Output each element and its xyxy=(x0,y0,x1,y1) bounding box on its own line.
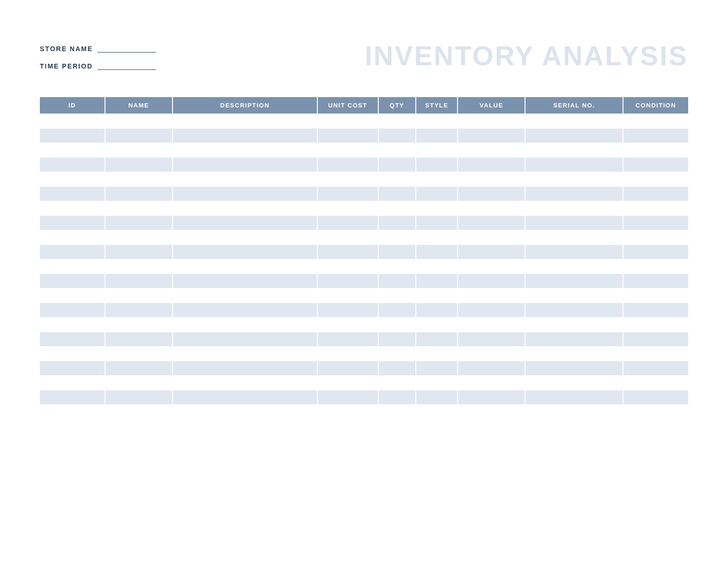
cell-description[interactable] xyxy=(173,157,317,172)
cell-description[interactable] xyxy=(173,128,317,143)
cell-id[interactable] xyxy=(40,303,105,317)
cell-description[interactable] xyxy=(173,172,317,186)
cell-style[interactable] xyxy=(416,201,458,215)
cell-name[interactable] xyxy=(105,288,173,303)
cell-id[interactable] xyxy=(40,317,105,332)
cell-unit_cost[interactable] xyxy=(317,114,378,128)
cell-style[interactable] xyxy=(416,303,458,317)
cell-id[interactable] xyxy=(40,186,105,201)
cell-serial_no[interactable] xyxy=(525,332,623,346)
cell-style[interactable] xyxy=(416,346,458,361)
cell-condition[interactable] xyxy=(623,346,688,361)
cell-unit_cost[interactable] xyxy=(317,332,378,346)
cell-serial_no[interactable] xyxy=(525,259,623,273)
time-period-input[interactable] xyxy=(98,61,156,70)
cell-name[interactable] xyxy=(105,346,173,361)
cell-description[interactable] xyxy=(173,201,317,215)
cell-serial_no[interactable] xyxy=(525,317,623,332)
cell-style[interactable] xyxy=(416,244,458,259)
cell-qty[interactable] xyxy=(378,143,416,157)
cell-unit_cost[interactable] xyxy=(317,361,378,375)
cell-name[interactable] xyxy=(105,361,173,375)
cell-qty[interactable] xyxy=(378,201,416,215)
cell-value[interactable] xyxy=(458,346,525,361)
cell-description[interactable] xyxy=(173,273,317,288)
cell-id[interactable] xyxy=(40,230,105,244)
cell-name[interactable] xyxy=(105,303,173,317)
cell-name[interactable] xyxy=(105,317,173,332)
cell-condition[interactable] xyxy=(623,215,688,230)
cell-condition[interactable] xyxy=(623,201,688,215)
cell-unit_cost[interactable] xyxy=(317,375,378,390)
cell-value[interactable] xyxy=(458,157,525,172)
cell-description[interactable] xyxy=(173,404,317,419)
cell-unit_cost[interactable] xyxy=(317,317,378,332)
cell-style[interactable] xyxy=(416,172,458,186)
cell-serial_no[interactable] xyxy=(525,201,623,215)
cell-qty[interactable] xyxy=(378,288,416,303)
cell-value[interactable] xyxy=(458,390,525,404)
cell-qty[interactable] xyxy=(378,317,416,332)
cell-unit_cost[interactable] xyxy=(317,244,378,259)
cell-value[interactable] xyxy=(458,230,525,244)
cell-value[interactable] xyxy=(458,273,525,288)
cell-serial_no[interactable] xyxy=(525,361,623,375)
cell-name[interactable] xyxy=(105,128,173,143)
cell-style[interactable] xyxy=(416,288,458,303)
cell-id[interactable] xyxy=(40,114,105,128)
cell-style[interactable] xyxy=(416,215,458,230)
cell-unit_cost[interactable] xyxy=(317,143,378,157)
cell-qty[interactable] xyxy=(378,390,416,404)
cell-condition[interactable] xyxy=(623,143,688,157)
cell-id[interactable] xyxy=(40,361,105,375)
cell-id[interactable] xyxy=(40,143,105,157)
cell-description[interactable] xyxy=(173,346,317,361)
cell-qty[interactable] xyxy=(378,273,416,288)
cell-qty[interactable] xyxy=(378,128,416,143)
cell-condition[interactable] xyxy=(623,390,688,404)
cell-serial_no[interactable] xyxy=(525,186,623,201)
cell-serial_no[interactable] xyxy=(525,114,623,128)
cell-qty[interactable] xyxy=(378,114,416,128)
cell-style[interactable] xyxy=(416,186,458,201)
cell-value[interactable] xyxy=(458,259,525,273)
cell-id[interactable] xyxy=(40,128,105,143)
cell-serial_no[interactable] xyxy=(525,273,623,288)
cell-id[interactable] xyxy=(40,332,105,346)
cell-id[interactable] xyxy=(40,201,105,215)
cell-serial_no[interactable] xyxy=(525,404,623,419)
cell-style[interactable] xyxy=(416,114,458,128)
cell-name[interactable] xyxy=(105,201,173,215)
cell-condition[interactable] xyxy=(623,273,688,288)
cell-style[interactable] xyxy=(416,230,458,244)
cell-value[interactable] xyxy=(458,303,525,317)
cell-condition[interactable] xyxy=(623,172,688,186)
cell-serial_no[interactable] xyxy=(525,172,623,186)
cell-description[interactable] xyxy=(173,143,317,157)
cell-condition[interactable] xyxy=(623,114,688,128)
cell-value[interactable] xyxy=(458,172,525,186)
cell-qty[interactable] xyxy=(378,186,416,201)
cell-style[interactable] xyxy=(416,332,458,346)
cell-condition[interactable] xyxy=(623,230,688,244)
cell-name[interactable] xyxy=(105,375,173,390)
cell-qty[interactable] xyxy=(378,375,416,390)
cell-name[interactable] xyxy=(105,259,173,273)
cell-description[interactable] xyxy=(173,244,317,259)
cell-unit_cost[interactable] xyxy=(317,390,378,404)
cell-description[interactable] xyxy=(173,332,317,346)
cell-description[interactable] xyxy=(173,303,317,317)
cell-value[interactable] xyxy=(458,317,525,332)
cell-description[interactable] xyxy=(173,114,317,128)
cell-condition[interactable] xyxy=(623,128,688,143)
cell-serial_no[interactable] xyxy=(525,390,623,404)
cell-unit_cost[interactable] xyxy=(317,201,378,215)
cell-style[interactable] xyxy=(416,361,458,375)
cell-condition[interactable] xyxy=(623,303,688,317)
cell-description[interactable] xyxy=(173,186,317,201)
cell-name[interactable] xyxy=(105,230,173,244)
cell-name[interactable] xyxy=(105,143,173,157)
cell-condition[interactable] xyxy=(623,332,688,346)
cell-serial_no[interactable] xyxy=(525,157,623,172)
cell-name[interactable] xyxy=(105,390,173,404)
